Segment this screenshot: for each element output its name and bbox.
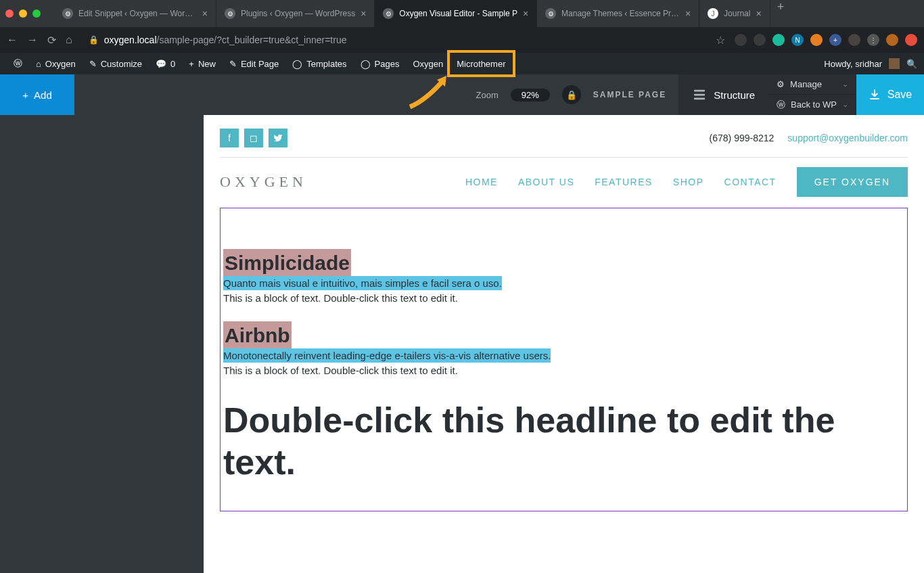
wp-templates[interactable]: ◯Templates <box>285 53 353 74</box>
tab-1[interactable]: ⚙Edit Snippet ‹ Oxygen — WordPr× <box>54 0 216 27</box>
back-icon[interactable]: ← <box>7 34 18 46</box>
tab-3-active[interactable]: ⚙Oxygen Visual Editor - Sample P× <box>375 0 537 27</box>
comment-icon: 💬 <box>156 59 166 69</box>
canvas-content[interactable]: f ◻ (678) 999-8212 support@oxygenbuilder… <box>204 115 924 573</box>
back-to-wp-dropdown[interactable]: ⓦBack to WP⌄ <box>768 95 856 115</box>
tab-4[interactable]: ⚙Manage Themes ‹ Essence Pro -× <box>537 0 699 27</box>
paragraph-2[interactable]: This is a block of text. Double-click th… <box>223 362 904 379</box>
avatar[interactable] <box>889 58 900 69</box>
new-tab-button[interactable]: + <box>770 0 791 27</box>
ext-icon[interactable]: N <box>791 34 804 46</box>
extension-icons: N + ⋮ <box>735 34 917 46</box>
plus-icon: + <box>189 59 194 69</box>
heading-2[interactable]: Airbnb <box>223 321 292 350</box>
tabs: ⚙Edit Snippet ‹ Oxygen — WordPr× ⚙Plugin… <box>54 0 919 27</box>
tab-close-icon[interactable]: × <box>685 8 691 19</box>
ext-icon[interactable] <box>754 34 766 46</box>
nav-home[interactable]: HOME <box>465 177 498 187</box>
subtext-2[interactable]: Monotonectally reinvent leading-edge e-t… <box>223 348 551 363</box>
wp-pages-label: Pages <box>375 59 400 69</box>
wp-comments[interactable]: 💬0 <box>149 53 182 74</box>
tab-close-icon[interactable]: × <box>756 8 761 19</box>
back-to-wp-label: Back to WP <box>791 99 837 110</box>
oxygen-icon: ◯ <box>292 59 302 69</box>
pencil-icon: ✎ <box>229 59 237 69</box>
site-logo[interactable]: OXYGEN <box>220 173 307 191</box>
tab-5[interactable]: JJournal× <box>699 0 770 27</box>
structure-button[interactable]: Structure <box>678 74 768 115</box>
tab-title: Journal <box>724 9 750 18</box>
chevron-down-icon: ⌄ <box>842 80 848 89</box>
bookmark-icon[interactable]: ☆ <box>716 34 725 47</box>
manage-dropdown[interactable]: ⚙Manage⌄ <box>768 74 856 95</box>
wp-customize-label: Customize <box>101 59 142 69</box>
nav-shop[interactable]: SHOP <box>673 177 704 187</box>
chevron-down-icon: ⌄ <box>842 100 848 109</box>
oxygen-icon: ◯ <box>361 59 371 69</box>
instagram-icon[interactable]: ◻ <box>244 129 263 147</box>
wp-site[interactable]: ⌂Oxygen <box>29 53 83 74</box>
nav-about[interactable]: ABOUT US <box>518 177 574 187</box>
profile-avatar[interactable] <box>886 34 898 46</box>
wp-oxygen[interactable]: Oxygen <box>406 53 450 74</box>
wp-howdy[interactable]: Howdy, sridhar <box>824 59 882 69</box>
wp-logo[interactable]: ⓦ <box>7 53 29 74</box>
tab-2[interactable]: ⚙Plugins ‹ Oxygen — WordPress× <box>216 0 375 27</box>
structure-label: Structure <box>714 89 755 101</box>
canvas-area: f ◻ (678) 999-8212 support@oxygenbuilder… <box>0 115 924 573</box>
twitter-icon[interactable] <box>269 129 287 147</box>
subtext-1[interactable]: Quanto mais visual e intuitivo, mais sim… <box>223 276 502 290</box>
ext-icon[interactable]: ⋮ <box>867 34 879 46</box>
ext-icon[interactable] <box>772 34 785 46</box>
wp-edit-page-label: Edit Page <box>241 59 279 69</box>
gear-icon: ⚙ <box>777 79 785 89</box>
paragraph-1[interactable]: This is a block of text. Double-click th… <box>223 290 904 306</box>
forward-icon[interactable]: → <box>27 34 38 46</box>
wp-admin-bar: ⓦ ⌂Oxygen ✎Customize 💬0 +New ✎Edit Page … <box>0 53 924 74</box>
main-headline[interactable]: Double-click this headline to edit the t… <box>221 399 907 484</box>
ext-icon[interactable] <box>810 34 823 46</box>
facebook-icon[interactable]: f <box>220 129 239 147</box>
tab-close-icon[interactable]: × <box>361 8 366 19</box>
tab-close-icon[interactable]: × <box>523 8 528 19</box>
wordpress-icon: ⓦ <box>14 58 22 70</box>
zoom-label: Zoom <box>476 90 498 100</box>
wp-pages[interactable]: ◯Pages <box>354 53 407 74</box>
wp-customize[interactable]: ✎Customize <box>83 53 149 74</box>
wp-site-label: Oxygen <box>45 59 76 69</box>
heading-1[interactable]: Simplicidade <box>223 249 351 277</box>
wp-microthemer[interactable]: Microthemer <box>450 53 512 74</box>
plus-icon: + <box>22 89 28 101</box>
url-bar[interactable]: 🔒 oxygen.local/sample-page/?ct_builder=t… <box>82 35 706 45</box>
wp-microthemer-label: Microthemer <box>457 59 505 69</box>
reload-icon[interactable]: ⟳ <box>47 34 56 47</box>
nav-contact[interactable]: CONTACT <box>724 177 777 187</box>
add-label: Add <box>34 89 52 101</box>
email-link[interactable]: support@oxygenbuilder.com <box>787 133 908 143</box>
save-label: Save <box>887 89 912 101</box>
ext-icon[interactable] <box>905 34 917 46</box>
wp-new-label: New <box>198 59 216 69</box>
ext-icon[interactable]: + <box>829 34 841 46</box>
home-icon[interactable]: ⌂ <box>66 34 72 46</box>
wp-edit-page[interactable]: ✎Edit Page <box>223 53 285 74</box>
ext-icon[interactable] <box>735 34 747 46</box>
add-button[interactable]: +Add <box>0 74 74 115</box>
window-close[interactable] <box>5 9 14 18</box>
zoom-value[interactable]: 92% <box>511 89 550 101</box>
save-button[interactable]: Save <box>856 74 924 115</box>
phone-number: (678) 999-8212 <box>710 133 775 143</box>
ext-icon[interactable] <box>848 34 860 46</box>
search-icon[interactable]: 🔍 <box>906 59 917 69</box>
lock-button[interactable]: 🔒 <box>562 85 581 104</box>
cta-button[interactable]: GET OXYGEN <box>797 167 908 197</box>
window-minimize[interactable] <box>19 9 27 18</box>
editing-frame[interactable]: Simplicidade Quanto mais visual e intuit… <box>220 208 908 511</box>
nav-features[interactable]: FEATURES <box>595 177 653 187</box>
site-header: OXYGEN HOME ABOUT US FEATURES SHOP CONTA… <box>220 167 908 197</box>
oxygen-toolbar: +Add Zoom 92% 🔒 SAMPLE PAGE Structure ⚙M… <box>0 74 924 115</box>
window-maximize[interactable] <box>32 9 41 18</box>
wordpress-icon: ⓦ <box>777 99 785 111</box>
tab-close-icon[interactable]: × <box>202 8 208 19</box>
wp-new[interactable]: +New <box>182 53 223 74</box>
